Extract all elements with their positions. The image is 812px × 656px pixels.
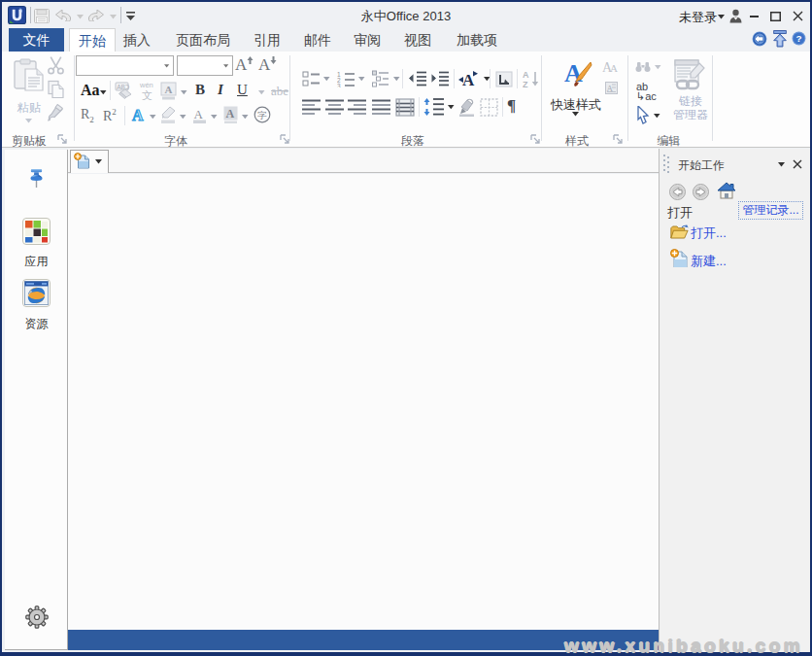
svg-text:字: 字 [257,110,267,121]
svg-text:Z: Z [523,80,528,88]
svg-text:wén: wén [139,81,153,89]
svg-text:A: A [165,84,173,95]
svg-text:A: A [194,107,204,121]
svg-text:?: ? [795,33,801,44]
svg-text:A: A [523,70,529,80]
svg-text:ABↃ: ABↃ [117,84,130,90]
svg-text:文: 文 [142,89,152,100]
svg-text:A: A [226,107,235,121]
svg-text:A: A [132,107,144,123]
svg-text:A: A [564,59,583,87]
svg-text:3: 3 [337,83,341,88]
svg-text:A: A [610,62,618,73]
